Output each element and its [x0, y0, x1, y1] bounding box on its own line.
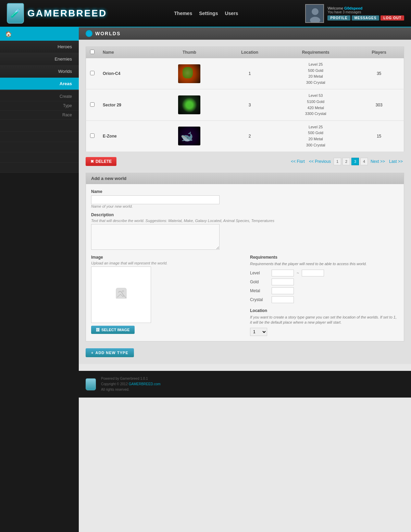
footer-rights: All rights reserved.: [101, 387, 161, 392]
thumb-ezone-image: [178, 127, 200, 145]
sidebar-item-areas[interactable]: Areas: [0, 78, 79, 90]
metal-label: Metal: [250, 288, 269, 293]
image-hint: Upload an image that will represent the …: [91, 261, 240, 265]
logo-text: GAMERBREED: [27, 8, 107, 19]
footer-text: Powered by Gamerbreed 1.0.1 Copyright © …: [101, 376, 161, 392]
form-two-col: Image Upload an image that will represen…: [91, 255, 399, 336]
row-req-sector: Level 535100 Gold420 Metal3300 Crystal: [277, 89, 354, 120]
requirements-hint: Requirements that the player will need t…: [250, 261, 399, 267]
name-input[interactable]: [91, 195, 220, 204]
content-area: Name Thumb Location Requirements Players: [79, 40, 411, 364]
sidebar-item-heroes[interactable]: Heroes: [0, 41, 79, 53]
crystal-label: Crystal: [250, 297, 269, 302]
description-group: Description Text that will describe the …: [91, 212, 399, 251]
table-row: E-Zone 2 Level 25500 Gold20 Metal300 Cry…: [86, 120, 404, 152]
delete-icon: ✖: [90, 159, 94, 164]
description-textarea[interactable]: [91, 224, 220, 250]
image-placeholder-icon: [111, 283, 132, 307]
sidebar-spacer-2: [0, 132, 79, 142]
requirements-label: Requirements: [250, 255, 399, 260]
metal-row: Metal: [250, 287, 399, 294]
table-row: Sector 29 3 Level 535100 Gold420 Metal33…: [86, 89, 404, 120]
sidebar-sub-race[interactable]: Race: [0, 111, 79, 120]
name-group: Name Name of your new world.: [91, 189, 399, 208]
select-image-button[interactable]: 🖼 SELECT IMAGE: [91, 326, 135, 334]
add-type-icon: +: [91, 351, 94, 355]
worlds-table: Name Thumb Location Requirements Players: [86, 47, 404, 152]
page-num-1[interactable]: 1: [334, 158, 341, 165]
gold-input[interactable]: [272, 278, 294, 285]
row-players-ezone: 15: [354, 120, 404, 152]
row-players-orion: 35: [354, 58, 404, 89]
user-area: Welcome G0dspeed You have 3 messages PRO…: [305, 4, 404, 23]
next-page-link[interactable]: Next >>: [369, 158, 386, 165]
user-info: Welcome G0dspeed You have 3 messages PRO…: [327, 6, 404, 21]
profile-button[interactable]: PROFILE: [327, 15, 350, 21]
delete-button[interactable]: ✖ DELETE: [86, 157, 116, 166]
add-world-section: Add a new world Name Name of your new wo…: [86, 173, 404, 341]
sidebar-spacer-5: [0, 163, 79, 173]
requirements-section: Requirements Requirements that the playe…: [250, 255, 399, 336]
row-name-sector: Sector 29: [99, 89, 157, 120]
sidebar-home[interactable]: 🏠: [0, 27, 79, 41]
nav-themes[interactable]: Themes: [174, 11, 192, 16]
row-players-sector: 303: [354, 89, 404, 120]
add-type-button[interactable]: + ADD NEW TYPE: [86, 348, 134, 357]
row-checkbox-1[interactable]: [90, 71, 95, 75]
messages-button[interactable]: MESSAGES: [352, 15, 379, 21]
metal-input[interactable]: [272, 287, 294, 294]
row-location-ezone: 2: [222, 120, 277, 152]
pagination-bar: ✖ DELETE << Fisrt << Previous 1 2 3 4 Ne…: [86, 157, 404, 166]
col-players: Players: [354, 47, 404, 58]
gold-row: Gold: [250, 278, 399, 285]
logout-button[interactable]: LOG OUT: [381, 15, 404, 21]
footer-link[interactable]: GAMERBREED.com: [129, 382, 161, 386]
sidebar-spacer-4: [0, 152, 79, 163]
table-row: Orion-C4 1 Level 25500 Gold20 Metal300 C…: [86, 58, 404, 89]
row-location-orion: 1: [222, 58, 277, 89]
level-input[interactable]: [272, 270, 294, 276]
select-all-checkbox[interactable]: [90, 50, 95, 54]
footer-logo: [86, 378, 96, 390]
logo-icon: 🧪: [7, 3, 24, 24]
svg-point-1: [312, 8, 319, 15]
tilde-icon: ~: [297, 271, 299, 275]
sidebar-item-enemies[interactable]: Enemies: [0, 53, 79, 65]
sidebar-sub-type[interactable]: Type: [0, 101, 79, 111]
sidebar-spacer-3: [0, 142, 79, 152]
page-num-4[interactable]: 4: [360, 158, 368, 165]
row-checkbox-3[interactable]: [90, 133, 95, 138]
row-thumb-ezone: [157, 120, 222, 152]
row-thumb-sector: [157, 89, 222, 120]
col-location: Location: [222, 47, 277, 58]
sidebar: 🏠 Heroes Enemies Worlds Areas Create Typ…: [0, 27, 79, 532]
last-page-link[interactable]: Last >>: [388, 158, 404, 165]
message-count: You have 3 messages: [327, 10, 404, 14]
crystal-row: Crystal: [250, 296, 399, 303]
level-max-input[interactable]: [302, 270, 324, 276]
sidebar-sub-create[interactable]: Create: [0, 92, 79, 101]
page-num-2[interactable]: 2: [342, 158, 350, 165]
nav-settings[interactable]: Settings: [199, 11, 218, 16]
sidebar-item-worlds[interactable]: Worlds: [0, 65, 79, 78]
col-name: Name: [99, 47, 157, 58]
sidebar-main-nav: Heroes Enemies Worlds Areas: [0, 41, 79, 90]
nav-users[interactable]: Users: [225, 11, 238, 16]
username: G0dspeed: [344, 6, 362, 10]
pagination: << Fisrt << Previous 1 2 3 4 Next >> Las…: [289, 158, 404, 165]
row-checkbox-2[interactable]: [90, 102, 95, 107]
location-label: Location: [250, 308, 399, 313]
worlds-icon: 🌐: [86, 30, 92, 37]
page-num-3[interactable]: 3: [351, 158, 359, 165]
main-content: 🌐 WORLDS Name Thumb Location Requirement…: [79, 27, 411, 532]
location-select[interactable]: 1 2 3: [250, 328, 267, 336]
footer: Powered by Gamerbreed 1.0.1 Copyright © …: [79, 371, 411, 398]
prev-page-link[interactable]: << Previous: [308, 158, 332, 165]
first-page-link[interactable]: << Fisrt: [289, 158, 306, 165]
main-nav: Themes Settings Users: [174, 11, 238, 16]
thumb-orion-image: [178, 64, 200, 83]
gold-label: Gold: [250, 280, 269, 284]
header: 🧪 GAMERBREED Themes Settings Users Welco…: [0, 0, 411, 27]
row-req-ezone: Level 25500 Gold20 Metal300 Crystal: [277, 120, 354, 152]
crystal-input[interactable]: [272, 296, 294, 303]
